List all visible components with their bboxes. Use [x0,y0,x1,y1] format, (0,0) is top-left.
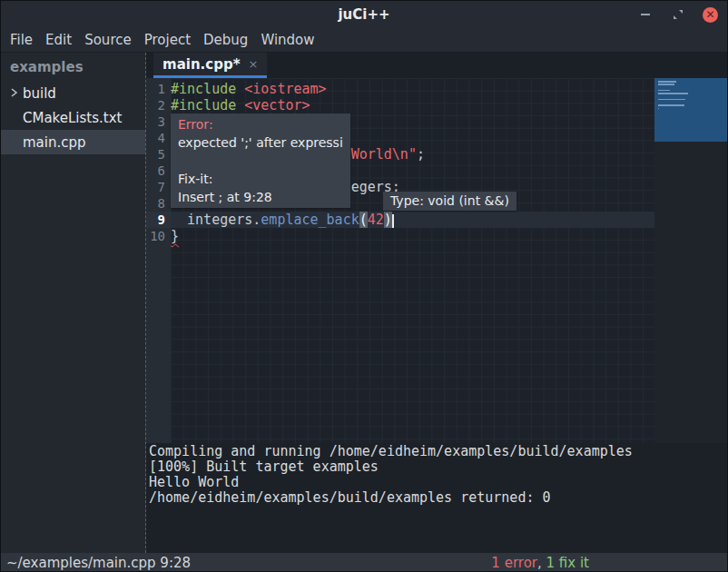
code-token: ( [359,212,368,228]
app-window: juCi++ ✕ FileEditSourceProjectDebugWindo… [0,0,728,572]
line-number: 6 [146,163,171,179]
terminal-line: Compiling and running /home/eidheim/exam… [149,444,728,459]
window-controls: ✕ [637,1,718,28]
line-number: 5 [146,146,171,163]
close-button[interactable]: ✕ [703,7,718,23]
tab-label: main.cpp* [162,56,240,73]
sidebar-item-main-cpp[interactable]: main.cpp [1,130,145,154]
error-tooltip-spacer [178,152,343,170]
fixit-label: Fix-it: [178,170,343,188]
code-token: #include [171,81,244,97]
pane-separator[interactable] [145,53,146,553]
minimap-viewport[interactable] [654,78,728,142]
line-number: 4 [146,130,171,146]
terminal-line: Hello World [149,475,728,490]
tab-close-icon[interactable]: × [248,57,258,71]
line-number: 10 [146,228,171,244]
tab-bar: main.cpp* × [146,53,728,78]
line-number: 9 [146,212,171,228]
menu-source[interactable]: Source [78,30,138,50]
minimap-line [658,84,674,85]
code-token: integers. [171,212,261,228]
fixit-text: Insert ; at 9:28 [178,188,343,206]
diagnostics-summary: 1 error, 1 fix it [491,555,589,571]
code-token: <vector> [244,97,310,113]
menu-file[interactable]: File [4,30,39,50]
minimize-icon [641,14,650,15]
close-icon: ✕ [705,9,714,20]
minimap-line [658,104,684,106]
error-count: 1 error [491,555,537,571]
sidebar-item-cmakelists-txt[interactable]: CMakeLists.txt [1,105,145,130]
restore-icon [673,9,684,20]
status-file-position: ~/examples/main.cpp 9:28 [6,555,191,571]
line-number: 3 [146,113,171,130]
diagnostics-separator: , [537,555,546,571]
title-bar[interactable]: juCi++ ✕ [1,1,727,28]
tab-main-cpp[interactable]: main.cpp* × [153,53,267,78]
terminal-line: [100%] Built target examples [149,459,728,475]
fixit-count: 1 fix it [546,555,589,571]
minimap-line [658,81,676,83]
sidebar-item-label: main.cpp [23,134,86,151]
line-number: 2 [146,97,171,113]
line-number-gutter: 12345678910 [146,78,171,443]
menu-window[interactable]: Window [254,30,320,50]
error-tooltip-title: Error: [178,115,343,133]
minimap[interactable] [654,78,728,443]
status-bar: ~/examples/main.cpp 9:28 1 error, 1 fix … [1,553,727,572]
error-tooltip: Error: expected ';' after expression: Fi… [171,113,350,208]
minimap-line [658,93,688,94]
menubar: FileEditSourceProjectDebugWindow [1,28,727,53]
code-line[interactable]: integers.emplace_back(42) [171,212,654,228]
minimap-line [658,90,670,92]
sidebar-item-label: build [23,85,56,102]
type-tooltip: Type: void (int &&) [383,192,516,211]
minimap-line [658,99,685,101]
menu-project[interactable]: Project [138,30,197,50]
line-number: 1 [146,81,171,97]
code-token: 42 [368,212,384,228]
chevron-right-icon[interactable] [8,87,19,98]
code-token: ) [384,212,392,228]
menu-debug[interactable]: Debug [197,30,254,50]
terminal-line: /home/eidheim/examples/build/examples re… [149,490,728,506]
code-line[interactable]: #include <vector> [171,97,654,113]
code-line[interactable]: } [171,228,654,244]
restore-button[interactable] [670,6,686,23]
terminal-output[interactable]: Compiling and running /home/eidheim/exam… [146,443,728,553]
file-tree: buildCMakeLists.txtmain.cpp [1,81,145,154]
file-tree-sidebar: examples buildCMakeLists.txtmain.cpp [1,53,145,553]
line-number: 8 [146,195,171,212]
sidebar-item-build[interactable]: build [1,81,145,105]
code-token: #include [171,97,244,113]
sidebar-item-label: CMakeLists.txt [23,110,122,126]
project-name: examples [1,53,145,81]
code-line[interactable]: #include <iostream> [171,81,654,97]
code-token: } [171,228,179,244]
minimize-button[interactable] [637,6,654,23]
code-token: ; [417,146,425,163]
minimap-line [658,108,659,110]
code-token: <iostream> [244,81,326,97]
window-title: juCi++ [1,6,727,23]
menu-edit[interactable]: Edit [39,30,78,50]
text-cursor [392,214,394,228]
error-tooltip-message: expected ';' after expression: [178,133,343,152]
line-number: 7 [146,179,171,195]
code-token: emplace_back [261,212,359,228]
